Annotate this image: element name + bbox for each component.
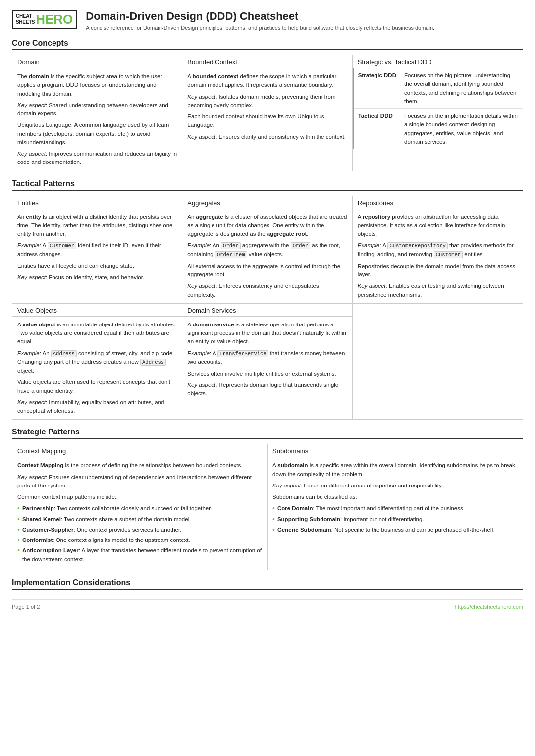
value-objects-header: Value Objects — [12, 304, 182, 317]
logo-text-cheat-sheets: CHEAT SHEETS — [16, 13, 35, 25]
list-item: Generic Subdomain: Not specific to the b… — [272, 526, 518, 534]
strat-label-tactical: Tactical DDD — [353, 109, 400, 150]
context-mapping-card: Context Mapping Context Mapping is the p… — [12, 444, 268, 570]
subdomains-list: Core Domain: The most important and diff… — [272, 504, 518, 534]
tactical-patterns-heading: Tactical Patterns — [12, 179, 523, 191]
domain-card-header: Domain — [12, 55, 182, 68]
list-item: Customer-Supplier: One context provides … — [17, 526, 262, 534]
entities-card: Entities An entity is an object with a d… — [12, 196, 182, 304]
footer: Page 1 of 2 https://cheatsheetshero.com — [12, 599, 523, 610]
list-item: Supporting Subdomain: Important but not … — [272, 515, 518, 524]
subdomains-header: Subdomains — [268, 444, 523, 457]
strategic-tactical-card: Strategic vs. Tactical DDD Strategic DDD… — [353, 55, 523, 171]
empty-cell — [353, 304, 523, 420]
domain-card-body: The domain is the specific subject area … — [12, 68, 182, 171]
strat-label-strategic: Strategic DDD — [353, 68, 400, 109]
repositories-body: A repository provides an abstraction for… — [353, 209, 523, 303]
value-objects-body: A value object is an immutable object de… — [12, 317, 182, 420]
tactical-top-row: Entities An entity is an object with a d… — [12, 196, 523, 304]
repositories-header: Repositories — [353, 196, 523, 209]
aggregates-header: Aggregates — [182, 196, 352, 209]
strategic-tactical-body: Strategic DDD Focuses on the big picture… — [353, 68, 523, 149]
strategic-grid: Context Mapping Context Mapping is the p… — [12, 444, 523, 570]
context-mapping-list: Partnership: Two contexts collaborate cl… — [17, 504, 262, 564]
domain-services-header: Domain Services — [182, 304, 352, 317]
aggregates-body: An aggregate is a cluster of associated … — [182, 209, 352, 303]
bounded-context-header: Bounded Context — [182, 55, 352, 68]
strat-text-strategic: Focuses on the big picture: understandin… — [400, 68, 523, 109]
strat-text-tactical: Focuses on the implementation details wi… — [400, 109, 523, 150]
strat-table: Strategic DDD Focuses on the big picture… — [353, 68, 523, 149]
context-mapping-body: Context Mapping is the process of defini… — [12, 457, 267, 570]
page-subtitle: A concise reference for Domain-Driven De… — [86, 25, 434, 31]
strategic-tactical-header: Strategic vs. Tactical DDD — [353, 55, 523, 68]
implementation-heading: Implementation Considerations — [12, 578, 523, 590]
subdomains-body: A subdomain is a specific area within th… — [268, 457, 523, 540]
value-objects-card: Value Objects A value object is an immut… — [12, 304, 182, 420]
bounded-context-card: Bounded Context A bounded context define… — [182, 55, 352, 171]
header-title-block: Domain-Driven Design (DDD) Cheatsheet A … — [86, 10, 434, 31]
entities-header: Entities — [12, 196, 182, 209]
context-mapping-header: Context Mapping — [12, 444, 267, 457]
tactical-bottom-row: Value Objects A value object is an immut… — [12, 304, 523, 420]
domain-services-card: Domain Services A domain service is a st… — [182, 304, 352, 420]
entities-body: An entity is an object with a distinct i… — [12, 209, 182, 286]
repositories-card: Repositories A repository provides an ab… — [353, 196, 523, 304]
logo-hero-text: HERO — [36, 13, 73, 26]
list-item: Core Domain: The most important and diff… — [272, 504, 518, 513]
domain-services-body: A domain service is a stateless operatio… — [182, 317, 352, 402]
strategic-patterns-heading: Strategic Patterns — [12, 428, 523, 439]
list-item: Conformist: One context aligns its model… — [17, 536, 262, 544]
subdomains-card: Subdomains A subdomain is a specific are… — [268, 444, 523, 570]
strat-row-strategic: Strategic DDD Focuses on the big picture… — [353, 68, 523, 109]
bounded-context-body: A bounded context defines the scope in w… — [182, 68, 352, 145]
page-header: CHEAT SHEETS HERO Domain-Driven Design (… — [12, 10, 523, 31]
page-title: Domain-Driven Design (DDD) Cheatsheet — [86, 10, 434, 23]
footer-url[interactable]: https://cheatsheetshero.com — [455, 604, 523, 610]
page-number: Page 1 of 2 — [12, 604, 40, 610]
core-concepts-heading: Core Concepts — [12, 39, 523, 50]
aggregates-card: Aggregates An aggregate is a cluster of … — [182, 196, 352, 304]
strat-row-tactical: Tactical DDD Focuses on the implementati… — [353, 109, 523, 150]
core-concepts-grid: Domain The domain is the specific subjec… — [12, 55, 523, 171]
list-item: Shared Kernel: Two contexts share a subs… — [17, 515, 262, 524]
logo: CHEAT SHEETS HERO — [12, 10, 77, 29]
domain-card: Domain The domain is the specific subjec… — [12, 55, 182, 171]
list-item: Anticorruption Layer: A layer that trans… — [17, 546, 262, 564]
list-item: Partnership: Two contexts collaborate cl… — [17, 504, 262, 513]
